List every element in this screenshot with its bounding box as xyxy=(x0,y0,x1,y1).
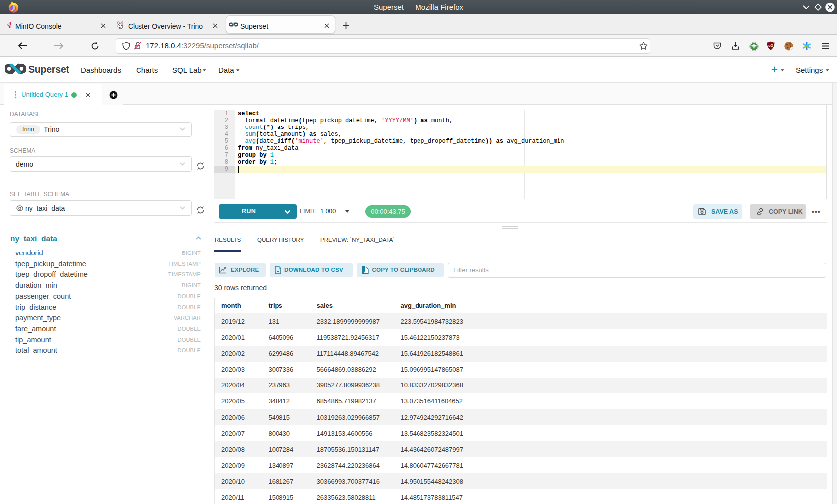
svg-text:uO: uO xyxy=(768,44,773,47)
